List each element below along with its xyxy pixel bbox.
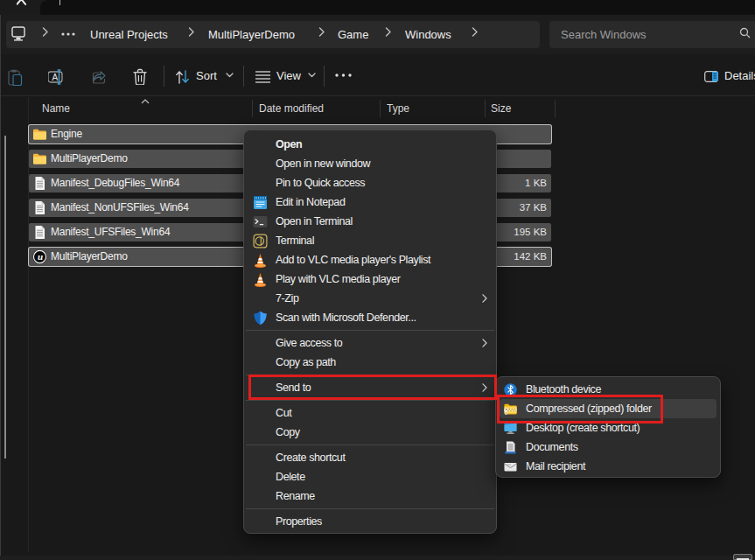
- svg-text:u: u: [38, 251, 43, 262]
- svg-text:A: A: [52, 73, 59, 82]
